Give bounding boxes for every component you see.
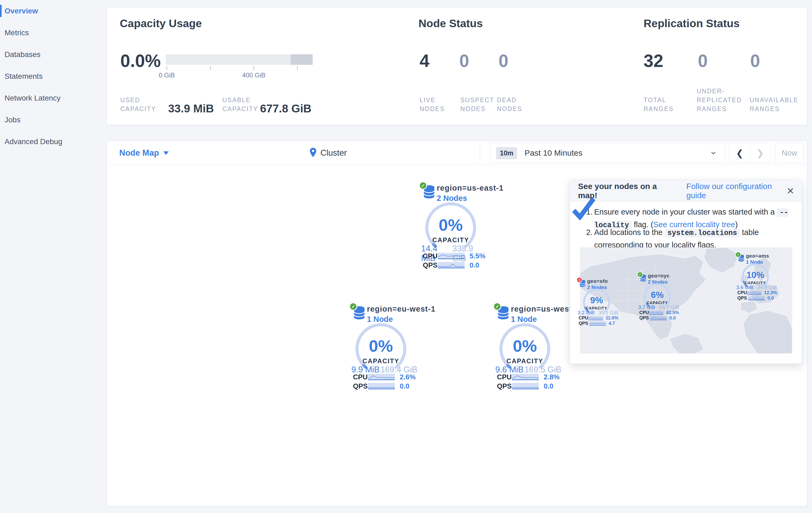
gauge-percent: 0%: [424, 215, 477, 235]
location-pin-icon: [309, 147, 317, 159]
cpu-sparkline: [512, 374, 539, 380]
capacity-bar: [166, 54, 313, 65]
qps-row: QPS 0.0: [420, 261, 488, 269]
cluster-summary-panel: Capacity Usage 0.0% 0 GiB 400 GiB USED C…: [107, 7, 807, 125]
view-selector-dropdown[interactable]: Node Map: [119, 141, 169, 165]
cpu-sparkline: [368, 374, 395, 380]
qps-sparkline: [650, 316, 667, 320]
gauge-percent: 9%: [582, 295, 611, 305]
region-group-eu-west-1: ✓ region=eu-west-1 1 Node 0% CAPACITY 9.…: [351, 303, 418, 392]
map-node-geo-ams: ✓ geo=ams 1 Node 10% CAPACITY 3.6 GiB 34…: [736, 252, 777, 301]
cpu-row: CPU 42.5%: [638, 310, 679, 315]
sidebar-item-metrics[interactable]: Metrics: [0, 22, 107, 44]
axis-tick: [210, 66, 211, 70]
used-capacity-label: USED CAPACITY: [120, 96, 156, 113]
cpu-value: 5.5%: [469, 252, 485, 260]
capacity-minmax-row: 3.2 GiB 35.1 GiB: [578, 310, 618, 316]
qps-value: 0.0: [544, 382, 553, 390]
qps-label: QPS: [497, 382, 511, 390]
cpu-row: CPU 12.3%: [736, 290, 777, 295]
qps-label: QPS: [353, 382, 367, 390]
axis-tick: [254, 66, 254, 70]
gauge-percent: 6%: [643, 290, 671, 300]
qps-value: 0.0: [469, 261, 479, 269]
sidebar-item-databases[interactable]: Databases: [0, 44, 107, 65]
sidebar-item-statements[interactable]: Statements: [0, 65, 107, 87]
code-chip: system.locations: [665, 229, 740, 237]
cpu-sparkline: [649, 311, 664, 315]
suspect-nodes-count: 0: [459, 51, 469, 71]
region-title: region=us-east-1: [437, 184, 504, 192]
cpu-row: CPU 11.0%: [578, 316, 618, 321]
region-title: region=us-west-1: [511, 305, 579, 314]
time-range-select[interactable]: 10m Past 10 Minutes: [490, 143, 726, 163]
healthy-check-icon: ✓: [735, 252, 741, 258]
chevron-down-icon: [710, 149, 717, 157]
configuration-guide-link[interactable]: Follow our configuration guide: [686, 182, 794, 200]
db-console-overview-page: Overview Metrics Databases Statements Ne…: [0, 0, 812, 513]
suspect-nodes-label: SUSPECT NODES: [460, 96, 494, 113]
axis-tick-label: 0 GiB: [159, 72, 175, 79]
view-selector-label: Node Map: [119, 148, 159, 158]
time-next-button[interactable]: ❯: [750, 143, 771, 163]
map-node-geo-nyc: ✓ geo=nyc 2 Nodes 6% CAPACITY 3.7 GiB 65…: [638, 272, 679, 321]
qps-row: QPS 0.0: [638, 316, 679, 321]
healthy-check-icon: ✓: [349, 302, 357, 310]
time-nav-group: ❮ ❯: [729, 143, 771, 163]
sidebar-item-jobs[interactable]: Jobs: [0, 109, 107, 131]
region-title: region=eu-west-1: [367, 305, 435, 314]
cpu-label: CPU: [423, 252, 437, 260]
axis-tick: [297, 66, 298, 70]
qps-row: QPS 0.0: [736, 296, 777, 301]
usable-capacity-value: 677.8 GiB: [260, 102, 311, 115]
axis-tick: [167, 66, 167, 70]
cpu-row: CPU 5.5%: [420, 252, 488, 260]
gauge-percent: 0%: [354, 336, 408, 355]
used-capacity-value: 33.9 MiB: [168, 102, 214, 115]
qps-label: QPS: [423, 261, 437, 269]
cpu-value: 2.8%: [544, 373, 559, 381]
gauge-percent: 0%: [498, 336, 552, 355]
sidebar-item-network-latency[interactable]: Network Latency: [0, 87, 107, 109]
axis-tick-label: 400 GiB: [242, 72, 266, 79]
live-nodes-label: LIVE NODES: [419, 96, 445, 113]
qps-sparkline: [589, 322, 606, 326]
locality-title: geo=ams: [746, 253, 769, 259]
breadcrumb-label: Cluster: [320, 148, 347, 158]
cpu-sparkline: [588, 316, 603, 320]
healthy-check-icon: ✓: [637, 272, 643, 277]
unavailable-count: 0: [750, 51, 760, 71]
time-prev-button[interactable]: ❮: [729, 143, 750, 163]
qps-sparkline: [748, 296, 765, 300]
live-nodes-count: 4: [419, 51, 430, 71]
qps-row: QPS 0.0: [495, 382, 562, 390]
healthy-check-icon: ✓: [493, 302, 501, 310]
under-replicated-count: 0: [698, 51, 708, 71]
gauge-percent: 10%: [741, 270, 770, 280]
now-button[interactable]: Now: [775, 143, 804, 163]
time-range-chip: 10m: [496, 147, 517, 159]
cpu-sparkline: [747, 291, 761, 295]
dead-nodes-label: DEAD NODES: [497, 96, 522, 113]
breadcrumb[interactable]: Cluster: [309, 141, 347, 165]
close-icon[interactable]: ✕: [787, 186, 794, 196]
qps-value: 0.0: [400, 382, 409, 390]
replication-status-title: Replication Status: [644, 17, 740, 30]
locality-title: geo=nyc: [648, 273, 670, 279]
qps-row: QPS 4.7: [578, 321, 618, 326]
nodes-on-map-popup: See your nodes on a map! Follow our conf…: [570, 180, 802, 364]
unavailable-label: UNAVAILABLE RANGES: [750, 96, 798, 113]
map-node-geo-sfo: 1 geo=sfo 2 Nodes 9% CAPACITY 3.2 GiB 35…: [578, 277, 618, 326]
node-status-title: Node Status: [418, 17, 483, 30]
qps-sparkline: [438, 262, 465, 268]
cpu-value: 2.6%: [400, 373, 415, 381]
locality-title: geo=sfo: [587, 278, 608, 284]
capacity-minmax-row: 3.6 GiB 34.4 GiB: [736, 285, 777, 290]
region-group-us-west-1: ✓ region=us-west-1 1 Node 0% CAPACITY 9.…: [495, 303, 562, 392]
sidebar-item-advanced-debug[interactable]: Advanced Debug: [0, 131, 107, 153]
gauge-capacity-label: CAPACITY: [424, 236, 477, 244]
node-map-panel: Node Map Cluster 10m Past 10 Minutes ❮ ❯…: [107, 141, 807, 506]
cpu-row: CPU 2.8%: [495, 373, 562, 381]
sidebar-item-overview[interactable]: Overview: [0, 0, 107, 22]
dead-nodes-count: 0: [498, 51, 509, 71]
